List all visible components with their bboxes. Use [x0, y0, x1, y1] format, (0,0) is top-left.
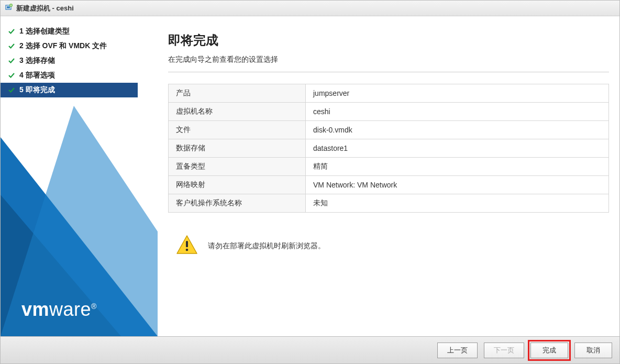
next-button: 下一页: [484, 343, 524, 358]
table-row: 文件 disk-0.vmdk: [169, 121, 609, 139]
summary-key: 置备类型: [169, 158, 306, 176]
summary-value: 精简: [306, 158, 609, 176]
table-row: 置备类型 精简: [169, 158, 609, 176]
svg-rect-1: [7, 6, 10, 8]
step-3[interactable]: 3 选择存储: [1, 53, 158, 68]
finish-button[interactable]: 完成: [530, 343, 568, 358]
wizard-dialog: 新建虚拟机 - ceshi 1 选择创建类型 2 选择 OVF 和 VMDK 文…: [0, 0, 620, 364]
check-icon: [8, 28, 15, 35]
table-row: 产品 jumpserver: [169, 84, 609, 103]
step-5[interactable]: 5 即将完成: [1, 83, 138, 97]
warning-icon: [175, 234, 198, 258]
wizard-sidebar: 1 选择创建类型 2 选择 OVF 和 VMDK 文件 3 选择存储 4 部署选…: [1, 16, 158, 336]
divider: [168, 72, 609, 72]
check-icon: [8, 72, 15, 79]
summary-table: 产品 jumpserver 虚拟机名称 ceshi 文件 disk-0.vmdk…: [168, 84, 609, 213]
summary-value: disk-0.vmdk: [306, 121, 609, 139]
check-icon: [8, 57, 15, 64]
summary-value: datastore1: [306, 139, 609, 158]
svg-rect-7: [186, 241, 188, 247]
summary-key: 产品: [169, 84, 306, 103]
back-button[interactable]: 上一页: [437, 343, 478, 358]
table-row: 虚拟机名称 ceshi: [169, 103, 609, 121]
summary-key: 文件: [169, 121, 306, 139]
check-icon: [8, 86, 15, 94]
step-label: 4 部署选项: [19, 71, 55, 80]
main-content: 即将完成 在完成向导之前查看您的设置选择 产品 jumpserver 虚拟机名称…: [158, 16, 619, 336]
step-label: 1 选择创建类型: [19, 27, 70, 36]
summary-key: 客户机操作系统名称: [169, 194, 306, 213]
dialog-footer: 上一页 下一页 完成 取消: [1, 336, 619, 363]
step-label: 5 即将完成: [19, 85, 55, 95]
svg-point-8: [186, 249, 189, 251]
summary-key: 网络映射: [169, 176, 306, 194]
vmware-logo: vmware®: [21, 299, 97, 321]
summary-value: jumpserver: [306, 84, 609, 103]
step-4[interactable]: 4 部署选项: [1, 68, 158, 83]
summary-value: VM Network: VM Network: [306, 176, 609, 194]
step-1[interactable]: 1 选择创建类型: [1, 24, 158, 39]
dialog-body: 1 选择创建类型 2 选择 OVF 和 VMDK 文件 3 选择存储 4 部署选…: [1, 16, 619, 336]
vm-icon: [5, 3, 13, 13]
step-label: 2 选择 OVF 和 VMDK 文件: [19, 41, 107, 51]
warning-text: 请勿在部署此虚拟机时刷新浏览器。: [208, 241, 325, 251]
step-label: 3 选择存储: [19, 56, 55, 65]
page-heading: 即将完成: [168, 32, 609, 49]
warning-box: 请勿在部署此虚拟机时刷新浏览器。: [168, 228, 609, 263]
table-row: 网络映射 VM Network: VM Network: [169, 176, 609, 194]
page-subtitle: 在完成向导之前查看您的设置选择: [168, 55, 609, 64]
window-title: 新建虚拟机 - ceshi: [16, 4, 74, 13]
summary-value: 未知: [306, 194, 609, 213]
titlebar: 新建虚拟机 - ceshi: [1, 1, 619, 16]
summary-key: 虚拟机名称: [169, 103, 306, 121]
table-row: 客户机操作系统名称 未知: [169, 194, 609, 213]
summary-value: ceshi: [306, 103, 609, 121]
cancel-button[interactable]: 取消: [574, 343, 612, 358]
table-row: 数据存储 datastore1: [169, 139, 609, 158]
summary-key: 数据存储: [169, 139, 306, 158]
check-icon: [8, 42, 15, 50]
step-2[interactable]: 2 选择 OVF 和 VMDK 文件: [1, 39, 158, 53]
